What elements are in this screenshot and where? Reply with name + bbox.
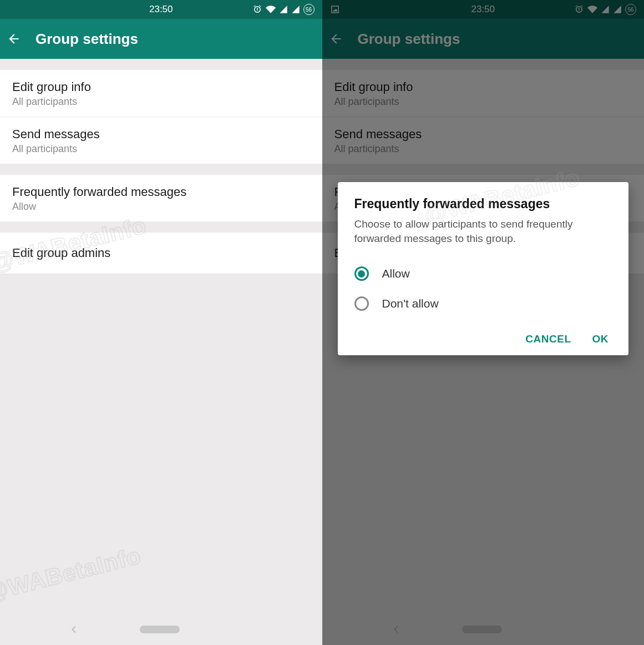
radio-label: Don't allow [382,297,439,310]
setting-subtitle: All participants [12,143,310,155]
setting-send-messages[interactable]: Send messages All participants [0,117,322,164]
frequently-forwarded-dialog: Frequently forwarded messages Choose to … [338,182,629,355]
navigation-bar [0,614,322,645]
settings-content: Edit group info All participants Send me… [0,59,322,614]
signal-icon-2 [291,5,300,14]
cancel-button[interactable]: CANCEL [525,333,571,345]
setting-title: Edit group admins [12,246,310,260]
radio-option-allow[interactable]: Allow [354,259,612,289]
radio-label: Allow [382,267,410,280]
page-title: Group settings [36,31,138,48]
divider [0,274,322,274]
radio-option-dont-allow[interactable]: Don't allow [354,289,612,319]
status-icons: 56 [252,4,315,15]
setting-title: Frequently forwarded messages [12,185,310,199]
setting-title: Edit group info [12,80,310,94]
phone-screen-right: 23:50 56 Group settings Edit group info [322,0,645,645]
setting-subtitle: All participants [12,96,310,108]
dialog-description: Choose to allow participants to send fre… [354,217,612,245]
battery-icon: 56 [303,4,315,15]
section-gap [0,221,322,233]
signal-icon [279,5,288,14]
setting-subtitle: Allow [12,201,310,213]
radio-icon [354,266,369,281]
wifi-icon [266,4,276,14]
back-button[interactable] [7,32,21,46]
section-gap [0,59,322,70]
dialog-title: Frequently forwarded messages [354,196,612,211]
app-bar: Group settings [0,19,322,59]
ok-button[interactable]: OK [592,333,609,345]
status-bar: 23:50 56 [0,0,322,19]
watermark: @WABetaInfo [0,542,144,607]
section-gap [0,164,322,175]
nav-back-icon[interactable] [69,624,80,635]
phone-screen-left: 23:50 56 Group settings Edit group info [0,0,322,645]
dialog-actions: CANCEL OK [354,333,612,345]
setting-frequently-forwarded[interactable]: Frequently forwarded messages Allow [0,175,322,221]
status-time: 23:50 [149,4,173,15]
radio-icon [354,296,369,311]
setting-title: Send messages [12,127,310,142]
setting-edit-group-admins[interactable]: Edit group admins [0,233,322,274]
nav-home-pill[interactable] [140,626,180,633]
alarm-icon [252,4,262,14]
setting-edit-group-info[interactable]: Edit group info All participants [0,70,322,117]
